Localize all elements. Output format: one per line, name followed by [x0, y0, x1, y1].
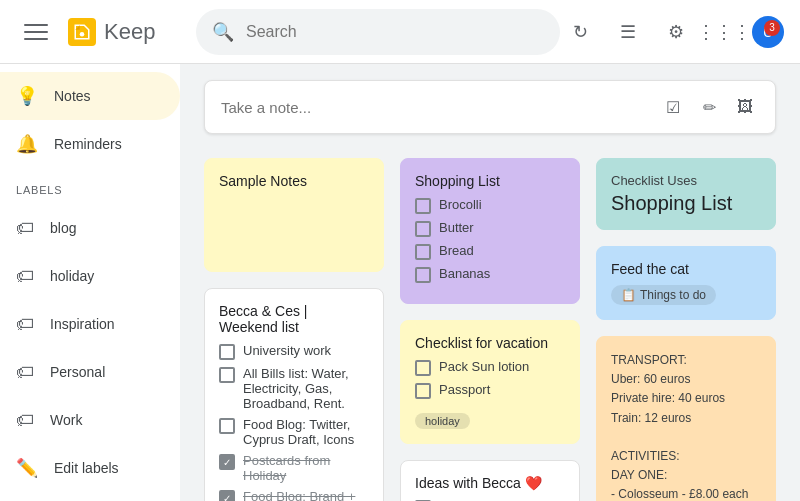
checklist-item: University work — [219, 343, 369, 360]
sidebar-item-notes[interactable]: 💡 Notes — [0, 72, 180, 120]
search-icon: 🔍 — [212, 21, 234, 43]
label-icon-blog: 🏷 — [16, 218, 34, 239]
sidebar-item-personal[interactable]: 🏷 Personal — [0, 348, 180, 396]
note-card-checklist-uses[interactable]: Checklist Uses Shopping List — [596, 158, 776, 230]
search-input[interactable] — [246, 23, 544, 41]
checklist-item-brocolli: Brocolli — [415, 197, 565, 214]
checkbox-input-icon[interactable]: ☑ — [659, 93, 687, 121]
sidebar-label-inspiration: Inspiration — [50, 316, 115, 332]
checkbox-0[interactable] — [219, 344, 235, 360]
content-area: ☑ ✏ 🖼 Sample Notes Becca & Ces | Weekend… — [180, 64, 800, 501]
label-icon-holiday: 🏷 — [16, 266, 34, 287]
header-right: ↻ ☰ ⚙ ⋮⋮⋮ U 3 — [560, 12, 784, 52]
notes-col-3: Checklist Uses Shopping List Feed the ca… — [596, 158, 776, 501]
checklist-item-butter: Butter — [415, 220, 565, 237]
search-bar[interactable]: 🔍 — [196, 9, 560, 55]
edit-labels-icon: ✏️ — [16, 457, 38, 479]
list-view-button[interactable]: ☰ — [608, 12, 648, 52]
checklist-item-passport: Passport — [415, 382, 565, 399]
note-title-vacation: Checklist for vacation — [415, 335, 565, 351]
checkbox-butter[interactable] — [415, 221, 431, 237]
sidebar-item-holiday[interactable]: 🏷 holiday — [0, 252, 180, 300]
sidebar-label-holiday: holiday — [50, 268, 94, 284]
checklist-item-bread: Bread — [415, 243, 565, 260]
things-to-do-badge-container: 📋 Things to do — [611, 285, 761, 305]
note-title-becca: Becca & Ces | Weekend list — [219, 303, 369, 335]
note-title-checklist-uses: Checklist Uses — [611, 173, 761, 188]
labels-heading: LABELS — [0, 168, 180, 204]
note-input-icons: ☑ ✏ 🖼 — [659, 93, 759, 121]
note-card-vacation[interactable]: Checklist for vacation Pack Sun lotion P… — [400, 320, 580, 444]
item-text-sunlotion: Pack Sun lotion — [439, 359, 529, 374]
note-title-shopping: Shopping List — [415, 173, 565, 189]
sidebar-item-reminders[interactable]: 🔔 Reminders — [0, 120, 180, 168]
settings-icon: ⚙ — [668, 21, 684, 43]
refresh-icon: ↻ — [573, 21, 588, 43]
checkbox-4[interactable] — [219, 490, 235, 501]
sidebar-item-inspiration[interactable]: 🏷 Inspiration — [0, 300, 180, 348]
note-card-shopping[interactable]: Shopping List Brocolli Butter Bread — [400, 158, 580, 304]
app-logo — [68, 18, 96, 46]
checkbox-bananas[interactable] — [415, 267, 431, 283]
sidebar-label-personal: Personal — [50, 364, 105, 380]
checkbox-3[interactable] — [219, 454, 235, 470]
checklist-item: Food Blog: Twitter, Cyprus Draft, Icons — [219, 417, 369, 447]
item-text-4: Food Blog: Brand + 1st 10 Blogs — [243, 489, 369, 501]
sidebar: 💡 Notes 🔔 Reminders LABELS 🏷 blog 🏷 holi… — [0, 64, 180, 501]
checkbox-passport[interactable] — [415, 383, 431, 399]
item-text-1: All Bills list: Water, Electricity, Gas,… — [243, 366, 369, 411]
refresh-button[interactable]: ↻ — [560, 12, 600, 52]
sidebar-item-edit-labels[interactable]: ✏️ Edit labels — [0, 444, 180, 492]
note-input[interactable] — [221, 99, 647, 116]
header: Keep 🔍 ↻ ☰ ⚙ ⋮⋮⋮ U 3 — [0, 0, 800, 64]
note-input-bar[interactable]: ☑ ✏ 🖼 — [204, 80, 776, 134]
reminders-icon: 🔔 — [16, 133, 38, 155]
item-text-brocolli: Brocolli — [439, 197, 482, 212]
checklist-item-bananas: Bananas — [415, 266, 565, 283]
notes-icon: 💡 — [16, 85, 38, 107]
checklist-item-checked: Postcards from Holiday — [219, 453, 369, 483]
note-badge-icon: 📋 — [621, 288, 636, 302]
note-card-sample-notes[interactable]: Sample Notes — [204, 158, 384, 272]
apps-icon: ⋮⋮⋮ — [697, 21, 751, 43]
label-icon-work: 🏷 — [16, 410, 34, 431]
sidebar-item-work[interactable]: 🏷 Work — [0, 396, 180, 444]
note-card-transport[interactable]: TRANSPORT: Uber: 60 euros Private hire: … — [596, 336, 776, 501]
note-title-feed-cat: Feed the cat — [611, 261, 761, 277]
sidebar-item-archive[interactable]: 📦 Archive — [0, 492, 180, 501]
item-text-butter: Butter — [439, 220, 474, 235]
checkbox-sunlotion[interactable] — [415, 360, 431, 376]
sidebar-label-work: Work — [50, 412, 82, 428]
checkbox-bread[interactable] — [415, 244, 431, 260]
item-text-3: Postcards from Holiday — [243, 453, 369, 483]
sidebar-label-blog: blog — [50, 220, 76, 236]
notification-badge: 3 — [764, 20, 780, 36]
note-label-holiday: holiday — [415, 413, 470, 429]
checklist-uses-subtitle: Shopping List — [611, 192, 761, 215]
apps-button[interactable]: ⋮⋮⋮ — [704, 12, 744, 52]
main-layout: 💡 Notes 🔔 Reminders LABELS 🏷 blog 🏷 holi… — [0, 64, 800, 501]
hamburger-button[interactable] — [16, 12, 56, 52]
note-title-sample: Sample Notes — [219, 173, 369, 189]
image-input-icon[interactable]: 🖼 — [731, 93, 759, 121]
sidebar-item-reminders-label: Reminders — [54, 136, 122, 152]
note-card-becca[interactable]: Becca & Ces | Weekend list University wo… — [204, 288, 384, 501]
notes-col-2: Shopping List Brocolli Butter Bread — [400, 158, 580, 501]
checkbox-1[interactable] — [219, 367, 235, 383]
checklist-item-checked: Food Blog: Brand + 1st 10 Blogs — [219, 489, 369, 501]
app-name: Keep — [104, 19, 155, 45]
sidebar-item-blog[interactable]: 🏷 blog — [0, 204, 180, 252]
sidebar-item-notes-label: Notes — [54, 88, 91, 104]
item-text-2: Food Blog: Twitter, Cyprus Draft, Icons — [243, 417, 369, 447]
checkbox-2[interactable] — [219, 418, 235, 434]
notes-grid: Sample Notes Becca & Ces | Weekend list … — [204, 158, 776, 501]
list-view-icon: ☰ — [620, 21, 636, 43]
settings-button[interactable]: ⚙ — [656, 12, 696, 52]
pencil-input-icon[interactable]: ✏ — [695, 93, 723, 121]
checkbox-brocolli[interactable] — [415, 198, 431, 214]
hamburger-icon — [24, 20, 48, 44]
sample-note-body — [219, 197, 369, 257]
note-card-ideas[interactable]: Ideas with Becca ❤️ Walk Mountedgombe Da… — [400, 460, 580, 501]
note-card-feed-cat[interactable]: Feed the cat 📋 Things to do — [596, 246, 776, 320]
item-text-passport: Passport — [439, 382, 490, 397]
